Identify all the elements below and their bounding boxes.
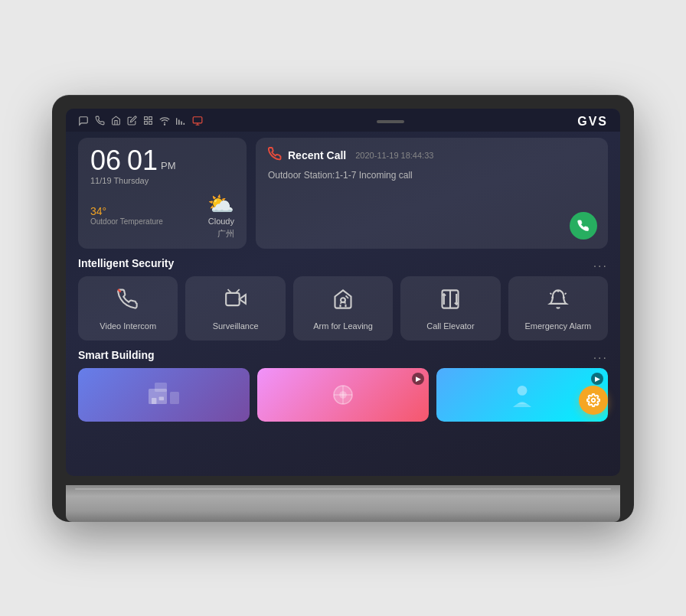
temp-value: 34° (90, 205, 163, 217)
weather-condition: Cloudy (207, 217, 234, 226)
weather-city: 广州 (217, 229, 234, 238)
arm-for-leaving-button[interactable]: Arm for Leaving (293, 276, 393, 341)
temp-info: 34° Outdoor Temperature (90, 205, 163, 226)
svg-rect-14 (226, 292, 240, 305)
answer-call-button[interactable] (570, 212, 597, 240)
svg-rect-26 (159, 396, 164, 400)
svg-rect-27 (170, 392, 179, 404)
top-row: 06 01 PM 11/19 Thursday 34° Outdoor Temp… (78, 138, 608, 249)
recent-call-card: Recent Call 2020-11-19 18:44:33 Outdoor … (256, 138, 608, 249)
arm-for-leaving-label: Arm for Leaving (313, 321, 373, 331)
grid-icon (143, 116, 153, 127)
building-card-2-image (257, 368, 429, 422)
emergency-alarm-label: Emergency Alarm (524, 321, 591, 331)
monitor-icon (192, 116, 203, 128)
building-card-2-overlay: ▶ (412, 373, 424, 385)
recent-call-title: Recent Call (288, 149, 346, 161)
device-screen: GVS 06 01 PM 11/19 Thursday (66, 109, 620, 476)
emergency-alarm-icon (547, 288, 569, 313)
status-bar: GVS (66, 109, 620, 132)
wifi-icon (159, 116, 170, 128)
settings-fab-button[interactable] (579, 386, 608, 415)
weather-right: ⛅ Cloudy 广州 (207, 191, 234, 240)
svg-rect-9 (193, 116, 202, 122)
svg-rect-24 (155, 383, 167, 392)
building-card-1[interactable] (78, 368, 250, 422)
emergency-alarm-button[interactable]: Emergency Alarm (508, 276, 608, 341)
security-section-header: Intelligent Security ... (78, 256, 608, 270)
call-elevator-icon (439, 288, 461, 313)
svg-rect-0 (145, 117, 148, 120)
video-intercom-label: Video Intercom (100, 321, 156, 331)
device-frame: GVS 06 01 PM 11/19 Thursday (52, 95, 634, 522)
svg-marker-13 (239, 295, 245, 304)
svg-rect-1 (149, 117, 152, 120)
weather-bottom: 34° Outdoor Temperature ⛅ Cloudy 广州 (90, 191, 234, 240)
building-more-button[interactable]: ... (593, 348, 608, 362)
building-grid: ▶ ▶ (78, 368, 608, 422)
call-missed-icon (268, 147, 282, 164)
recent-call-timestamp: 2020-11-19 18:44:33 (355, 151, 433, 160)
weather-icon: ⛅ (207, 191, 234, 217)
temp-label: Outdoor Temperature (90, 217, 163, 226)
security-more-button[interactable]: ... (593, 256, 608, 270)
recent-call-header: Recent Call 2020-11-19 18:44:33 (268, 147, 596, 164)
chat-icon (78, 116, 89, 128)
signal-icon (176, 116, 186, 127)
building-card-1-image (78, 368, 250, 422)
edit-icon (127, 116, 137, 127)
time-minute: 01 (127, 147, 158, 174)
weather-card: 06 01 PM 11/19 Thursday 34° Outdoor Temp… (78, 138, 247, 249)
surveillance-button[interactable]: Surveillance (185, 276, 285, 341)
svg-point-32 (518, 386, 528, 396)
svg-rect-25 (152, 398, 156, 404)
building-section-title: Smart Building (78, 349, 155, 361)
time-display: 06 01 PM (90, 147, 234, 174)
device-stand (66, 485, 620, 522)
date-display: 11/19 Thursday (90, 176, 234, 185)
weather-desc: Cloudy 广州 (207, 217, 234, 240)
surveillance-icon (225, 288, 247, 313)
svg-rect-2 (149, 122, 152, 125)
call-elevator-label: Call Elevator (426, 321, 474, 331)
building-card-3-overlay: ▶ (591, 373, 603, 385)
phone-icon (95, 116, 105, 127)
svg-point-4 (164, 124, 165, 125)
security-grid: Video Intercom (78, 276, 608, 341)
screen-content: GVS 06 01 PM 11/19 Thursday (66, 109, 620, 476)
building-card-2[interactable]: ▶ (257, 368, 429, 422)
brand-logo: GVS (577, 115, 608, 129)
recent-call-detail: Outdoor Station:1-1-7 Incoming call (268, 170, 596, 181)
time-hour: 06 (90, 147, 121, 174)
smart-building-section: Smart Building ... (78, 348, 608, 422)
arm-for-leaving-icon (332, 288, 354, 313)
time-ampm: PM (161, 160, 176, 171)
surveillance-label: Surveillance (213, 321, 259, 331)
status-icons (78, 116, 203, 128)
svg-point-33 (592, 398, 596, 402)
home-icon (111, 116, 121, 127)
video-intercom-icon (117, 288, 139, 313)
video-intercom-button[interactable]: Video Intercom (78, 276, 178, 341)
building-section-header: Smart Building ... (78, 348, 608, 362)
intelligent-security-section: Intelligent Security ... (78, 256, 608, 341)
drag-handle (377, 120, 404, 123)
svg-rect-3 (145, 122, 148, 125)
main-area: 06 01 PM 11/19 Thursday 34° Outdoor Temp… (66, 132, 620, 431)
security-section-title: Intelligent Security (78, 257, 174, 269)
call-elevator-button[interactable]: Call Elevator (400, 276, 500, 341)
